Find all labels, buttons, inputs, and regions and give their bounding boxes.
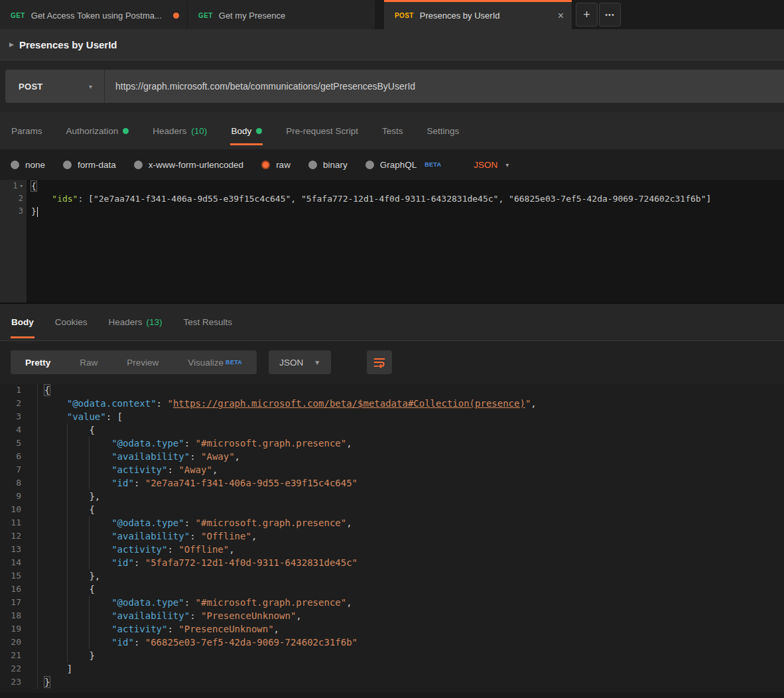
close-icon[interactable]: × <box>558 11 564 21</box>
request-tab[interactable]: GETGet my Presence <box>188 0 375 29</box>
wrap-lines-button[interactable] <box>367 350 392 374</box>
url-input[interactable]: https://graph.microsoft.com/beta/communi… <box>105 70 784 103</box>
code-token: "Offline" <box>201 531 251 541</box>
radio-icon <box>63 161 72 169</box>
code-token: : <box>157 398 168 409</box>
tab-label: Authorization <box>66 126 119 136</box>
request-body-editor[interactable]: 1▾{2 "ids": ["2e7aa741-f341-406a-9d55-e3… <box>0 180 784 303</box>
code-content: "value": [ <box>37 410 784 423</box>
method-badge: POST <box>395 12 414 19</box>
response-link[interactable]: https://graph.microsoft.com/beta/$metada… <box>173 398 525 409</box>
indent-guide <box>67 529 68 543</box>
tab-body[interactable]: Body <box>230 122 263 140</box>
view-raw[interactable]: Raw <box>65 358 112 368</box>
radio-icon <box>308 161 317 169</box>
response-toolbar: PrettyRawPreviewVisualizeBETA JSON ▼ <box>0 341 784 384</box>
request-tab[interactable]: GETGet Access Token using Postma... <box>0 0 188 29</box>
code-line: 3 "value": [ <box>0 410 784 423</box>
code-content: { <box>27 180 36 192</box>
response-tab-headers[interactable]: Headers(13) <box>108 306 163 338</box>
line-number: 3 <box>0 205 27 218</box>
new-tab-button[interactable]: + <box>576 3 598 27</box>
response-tab-body[interactable]: Body <box>11 306 34 338</box>
body-mode-binary[interactable]: binary <box>308 160 348 170</box>
tab-tests[interactable]: Tests <box>381 122 404 140</box>
method-badge: GET <box>11 12 25 19</box>
code-token: "PresenceUnknown" <box>178 624 273 634</box>
mode-label: x-www-form-urlencoded <box>149 160 243 170</box>
response-tab-test-results[interactable]: Test Results <box>183 306 233 338</box>
code-line: 22 ] <box>0 662 784 675</box>
indent-guide <box>89 450 90 463</box>
body-mode-x-www-form-urlencoded[interactable]: x-www-form-urlencoded <box>134 160 243 170</box>
body-mode-form-data[interactable]: form-data <box>63 160 116 170</box>
tab-settings[interactable]: Settings <box>426 122 460 140</box>
body-mode-none[interactable]: none <box>11 160 45 170</box>
bottom-scrollbar-track[interactable] <box>0 693 784 698</box>
radio-icon <box>261 161 270 169</box>
body-mode-GraphQL[interactable]: GraphQLBETA <box>365 160 442 170</box>
indent-guide <box>67 636 68 649</box>
indent-guide <box>89 529 90 543</box>
line-number: 2 <box>0 397 30 410</box>
tab-label: Headers <box>109 317 143 327</box>
request-tab[interactable]: POSTPresences by UserId× <box>384 0 572 29</box>
url-bar: POST ▾ https://graph.microsoft.com/beta/… <box>5 70 784 103</box>
line-number-value: 1 <box>13 180 17 192</box>
request-tabs: ParamsAuthorizationHeaders(10)BodyPre-re… <box>0 112 784 149</box>
code-token: "Away" <box>178 464 212 475</box>
tab-authorization[interactable]: Authorization <box>66 122 130 140</box>
code-token: , <box>498 194 509 204</box>
tab-label: Cookies <box>55 317 88 327</box>
code-token: { <box>44 504 95 515</box>
line-number: 10 <box>0 503 30 516</box>
code-token: "activity" <box>111 544 167 555</box>
code-token: : <box>184 597 196 608</box>
line-number: 1 <box>0 384 30 397</box>
response-body-editor[interactable]: 1{2 "@odata.context": "https://graph.mic… <box>0 384 784 698</box>
chevron-right-icon[interactable]: ▶ <box>9 41 14 48</box>
line-number-value: 2 <box>19 192 23 205</box>
view-pretty[interactable]: Pretty <box>11 358 65 368</box>
code-token: "id" <box>111 478 134 488</box>
indent-guide <box>89 543 90 556</box>
indent-guide <box>89 516 90 529</box>
tab-label: Tests <box>382 126 403 136</box>
tab-options-button[interactable]: ••• <box>599 3 621 27</box>
code-token: "#microsoft.graph.presence" <box>196 518 347 528</box>
line-number: 18 <box>0 609 30 622</box>
code-token: { <box>44 425 95 435</box>
code-token: "id" <box>111 557 134 568</box>
response-language-select[interactable]: JSON ▼ <box>269 350 331 374</box>
tab-headers[interactable]: Headers(10) <box>152 122 208 140</box>
tab-pre-request-script[interactable]: Pre-request Script <box>285 122 359 140</box>
code-token: , <box>346 518 352 528</box>
response-tab-cookies[interactable]: Cookies <box>54 306 88 338</box>
code-token: : <box>184 518 196 528</box>
code-line: 1{ <box>0 384 784 397</box>
indent-guide <box>89 596 90 609</box>
code-line: 3} <box>0 205 784 218</box>
tab-label: Test Results <box>184 317 233 327</box>
indent-guide <box>67 583 68 596</box>
request-language-select[interactable]: JSON ▾ <box>474 160 509 170</box>
tab-strip: GETGet Access Token using Postma...GETGe… <box>0 0 572 29</box>
method-select[interactable]: POST ▾ <box>5 70 105 103</box>
code-token <box>31 194 52 204</box>
code-content: } <box>37 675 784 689</box>
body-mode-raw[interactable]: raw <box>261 160 291 170</box>
indent-guide <box>67 516 68 529</box>
fold-caret-icon[interactable]: ▾ <box>20 180 23 192</box>
line-number: 21 <box>0 649 30 662</box>
code-token: "availability" <box>111 610 190 621</box>
tab-count: (13) <box>147 317 163 327</box>
view-preview[interactable]: Preview <box>112 358 173 368</box>
line-number: 15 <box>0 569 30 583</box>
indent-guide <box>89 622 90 636</box>
tab-params[interactable]: Params <box>11 122 43 140</box>
code-content: { <box>37 384 784 397</box>
view-visualize[interactable]: VisualizeBETA <box>173 358 257 368</box>
code-line: 20 "id": "66825e03-7ef5-42da-9069-724602… <box>0 636 784 649</box>
code-token: ] <box>44 663 72 674</box>
view-label: Raw <box>80 358 98 368</box>
